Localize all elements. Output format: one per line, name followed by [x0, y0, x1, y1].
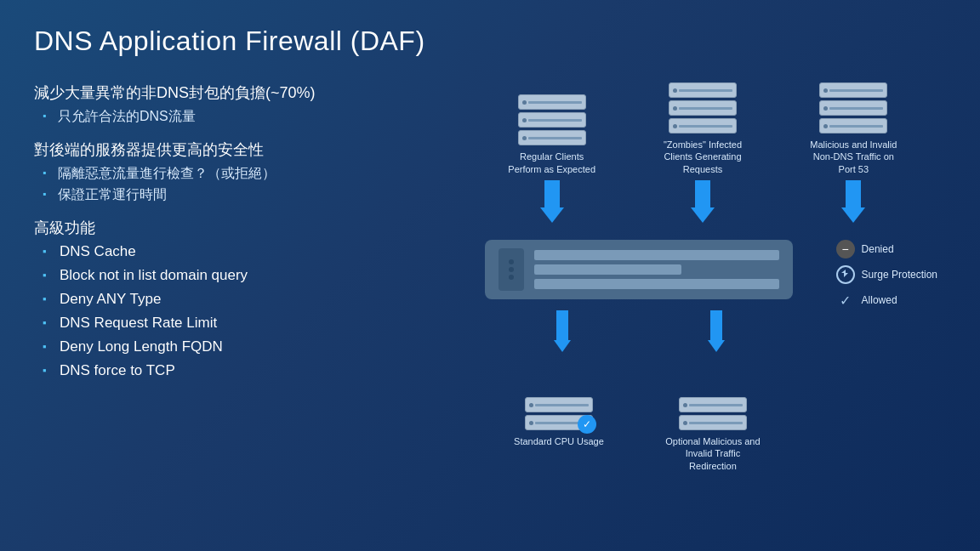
- server-bar: [528, 119, 582, 122]
- section-2-list: 隔離惡意流量進行檢查？（或拒絕） 保證正常運行時間: [34, 165, 442, 204]
- server-bar: [528, 137, 582, 139]
- server-bar: [829, 125, 883, 128]
- server-dot: [823, 106, 828, 111]
- surge-text: Surge Protection: [862, 269, 937, 281]
- server-bar: [829, 107, 883, 110]
- allowed-label: ✓ Allowed: [836, 291, 937, 310]
- server-unit: [669, 118, 737, 133]
- section-1-title: 減少大量異常的非DNS封包的負擔(~70%): [34, 82, 442, 103]
- server-bar: [679, 89, 732, 92]
- server-icon-malicious: [819, 82, 887, 133]
- denied-icon: −: [836, 240, 855, 258]
- server-dot: [522, 136, 527, 140]
- server-group-malicious: Malicious and Invalid Non-DNS Traffic on…: [806, 82, 900, 175]
- servers-row: Regular Clients Perform as Expected: [476, 82, 929, 175]
- arrow-down-1: [539, 180, 565, 223]
- fw-decoration: [499, 248, 524, 291]
- section-3-bullet-5: Deny Long Length FQDN: [43, 338, 442, 355]
- server-unit: [819, 100, 887, 116]
- server-unit: [679, 397, 747, 412]
- server-with-check: ✓: [525, 397, 593, 430]
- arrows-row-top: [476, 180, 929, 223]
- server-dot: [683, 421, 687, 425]
- arrow-down-small-2: [708, 310, 725, 352]
- side-labels: − Denied Surge Protection ✓ Allowed: [836, 240, 937, 310]
- check-badge: ✓: [578, 415, 596, 434]
- server-unit: [669, 100, 737, 116]
- diagram-panel: Regular Clients Perform as Expected: [459, 82, 946, 525]
- server-label-zombies: "Zombies" Infected Clients Generating Re…: [656, 139, 749, 175]
- section-3-list: DNS Cache Block not in list domain query…: [34, 243, 442, 379]
- arrow-body-small: [710, 310, 722, 340]
- fw-dot: [509, 267, 514, 272]
- bottom-server-optional: Optional Malicious and Invalid Traffic R…: [662, 397, 764, 472]
- bottom-server-standard: ✓ Standard CPU Usage: [514, 397, 604, 472]
- surge-icon: [836, 265, 855, 284]
- arrow-head-small: [708, 340, 725, 352]
- section-2-bullet-2: 保證正常運行時間: [43, 186, 442, 204]
- server-dot: [823, 124, 828, 128]
- server-group-regular: Regular Clients Perform as Expected: [505, 94, 599, 175]
- arrow-body: [544, 180, 560, 207]
- server-unit: [679, 415, 747, 430]
- arrow-down-3: [840, 180, 866, 223]
- server-dot: [673, 106, 677, 111]
- slide-title: DNS Application Firewall (DAF): [34, 26, 946, 57]
- section-2-bullet-1: 隔離惡意流量進行檢查？（或拒絕）: [43, 165, 442, 183]
- server-bar: [689, 422, 743, 424]
- server-unit: [819, 118, 887, 133]
- section-1: 減少大量異常的非DNS封包的負擔(~70%) 只允許合法的DNS流量: [34, 82, 442, 126]
- server-dot: [529, 403, 533, 407]
- arrow-down-small-1: [554, 310, 571, 352]
- section-1-list: 只允許合法的DNS流量: [34, 108, 442, 126]
- server-dot: [823, 88, 828, 93]
- server-icon-optional: [679, 397, 747, 430]
- denied-label: − Denied: [836, 240, 937, 258]
- server-dot: [673, 124, 677, 128]
- firewall-box: [485, 240, 793, 299]
- section-3-bullet-6: DNS force to TCP: [43, 362, 442, 379]
- server-dot: [529, 421, 533, 425]
- arrow-body: [846, 180, 861, 207]
- server-unit: [518, 130, 586, 145]
- arrow-head: [540, 207, 564, 223]
- fw-bar-2: [534, 264, 681, 275]
- section-3-bullet-1: DNS Cache: [43, 243, 442, 260]
- server-unit: [669, 82, 737, 98]
- server-dot: [522, 118, 527, 122]
- section-3-bullet-2: Block not in list domain query: [43, 267, 442, 284]
- server-bar: [535, 404, 589, 406]
- arrow-head: [841, 207, 865, 223]
- section-3-bullet-4: DNS Request Rate Limit: [43, 315, 442, 332]
- fw-dot: [509, 259, 514, 264]
- server-dot: [683, 403, 687, 407]
- bottom-servers: ✓ Standard CPU Usage: [485, 397, 793, 472]
- section-3: 高級功能 DNS Cache Block not in list domain …: [34, 218, 442, 379]
- server-unit: [518, 94, 586, 110]
- section-3-title: 高級功能: [34, 218, 442, 238]
- server-icon-regular: [518, 94, 586, 145]
- section-1-bullet-1: 只允許合法的DNS流量: [43, 108, 442, 126]
- bottom-label-standard: Standard CPU Usage: [514, 435, 604, 447]
- fw-bars: [534, 250, 779, 289]
- server-bar: [829, 89, 883, 92]
- arrow-down-2: [690, 180, 715, 223]
- denied-text: Denied: [862, 243, 894, 255]
- fw-dot: [509, 275, 514, 280]
- server-bar: [679, 125, 732, 128]
- server-unit: [518, 112, 586, 128]
- arrow-body-small: [556, 310, 568, 340]
- section-2-title: 對後端的服務器提供更高的安全性: [34, 139, 442, 160]
- surge-label: Surge Protection: [836, 265, 937, 284]
- server-unit: [819, 82, 887, 98]
- arrow-head: [691, 207, 715, 223]
- section-2: 對後端的服務器提供更高的安全性 隔離惡意流量進行檢查？（或拒絕） 保證正常運行時…: [34, 139, 442, 204]
- arrow-body: [695, 180, 710, 207]
- server-dot: [673, 88, 677, 93]
- allowed-text: Allowed: [862, 294, 897, 306]
- server-label-regular: Regular Clients Perform as Expected: [505, 151, 599, 175]
- server-bar: [679, 107, 732, 110]
- server-dot: [522, 100, 527, 105]
- arrows-row-bottom: [485, 310, 793, 352]
- server-group-zombies: "Zombies" Infected Clients Generating Re…: [656, 82, 749, 175]
